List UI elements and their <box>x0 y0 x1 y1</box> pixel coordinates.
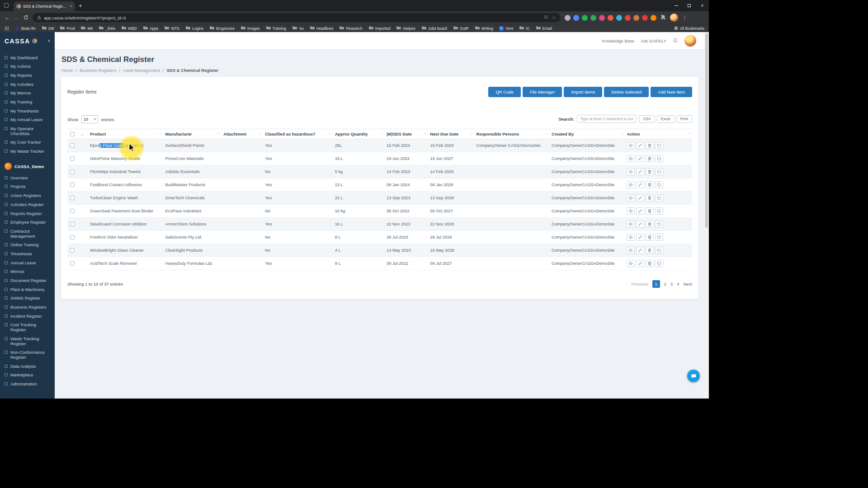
new-tab-button[interactable]: + <box>79 2 82 9</box>
extension-icon[interactable] <box>616 15 622 21</box>
csv-button[interactable]: CSV <box>639 115 655 123</box>
bookmark-research[interactable]: Research <box>339 26 362 31</box>
file-manager-button[interactable]: File Manager <box>523 87 562 97</box>
sidebar-item-action-registers[interactable]: Action Registers <box>0 192 55 201</box>
bookmark-m6[interactable]: M6 <box>80 26 93 31</box>
extension-icon[interactable] <box>651 15 656 21</box>
sidebar-item-business-registers[interactable]: Business Registers <box>0 303 55 312</box>
sidebar-item-cost-tracking-register[interactable]: Cost Tracking Register <box>0 321 55 334</box>
extension-icon[interactable] <box>582 15 588 21</box>
browser-profile-avatar[interactable] <box>670 14 678 22</box>
sidebar-item-my-actions[interactable]: My Actions <box>0 62 55 71</box>
column-header-m-sds-date[interactable]: (M)SDS Date↑↓ <box>384 129 427 139</box>
entries-select[interactable]: 10 ▾ <box>81 115 98 123</box>
sidebar-item-annual-leave[interactable]: Annual Leave <box>0 258 55 267</box>
window-close-button[interactable]: × <box>696 0 709 11</box>
view-button[interactable] <box>627 234 635 241</box>
excel-button[interactable]: Excel <box>657 115 675 123</box>
org-switcher[interactable]: CASSA_Demo <box>0 160 55 173</box>
sidebar-close-icon[interactable]: × <box>47 38 50 43</box>
sidebar-item-contractor-management[interactable]: Contractor Management <box>0 227 55 240</box>
row-checkbox[interactable] <box>70 222 75 226</box>
page-4[interactable]: 4 <box>677 282 679 286</box>
sort-icon[interactable]: ↑↓ <box>380 132 382 135</box>
browser-tab[interactable]: SDS & Chemical Register | CAS × <box>14 1 75 11</box>
knowledge-base-link[interactable]: Knowledge Base <box>602 38 634 43</box>
sidebar-item-my-dashboard[interactable]: My Dashboard <box>0 53 55 62</box>
bookmark-training[interactable]: Training <box>266 26 286 31</box>
sidebar-item-my-training[interactable]: My Training <box>0 98 55 107</box>
sidebar-item-my-timesheets[interactable]: My Timesheets <box>0 107 55 116</box>
bookmark-star-icon[interactable]: ☆ <box>552 15 556 20</box>
sidebar-item-reports-register[interactable]: Reports Register <box>0 209 55 218</box>
sort-icon[interactable]: ↑↓ <box>470 132 472 135</box>
forward-icon[interactable]: → <box>14 15 19 20</box>
extension-icon[interactable] <box>565 15 571 21</box>
column-header-created-by[interactable]: Created By↑↓ <box>549 129 624 139</box>
edit-button[interactable] <box>636 221 644 228</box>
view-button[interactable] <box>627 247 635 254</box>
delete-button[interactable] <box>646 194 654 202</box>
breadcrumb-link[interactable]: Business Registers <box>80 68 116 73</box>
view-button[interactable] <box>627 142 635 149</box>
sidebar-item-data-analysis[interactable]: Data Analysis <box>0 362 55 371</box>
extensions-puzzle-icon[interactable] <box>660 14 666 22</box>
bookmark-wbd[interactable]: WBD <box>121 26 137 31</box>
view-button[interactable] <box>627 155 635 162</box>
bookmark-prod[interactable]: Prod <box>60 26 75 31</box>
window-maximize-button[interactable] <box>683 0 696 11</box>
all-bookmarks-button[interactable]: All Bookmarks <box>674 26 704 31</box>
delete-button[interactable] <box>646 260 654 267</box>
extension-icon[interactable] <box>608 15 613 21</box>
bookmark-bagencies[interactable]: BAgencies <box>209 26 235 31</box>
page-next[interactable]: Next <box>683 282 692 286</box>
scrollbar-thumb[interactable] <box>705 33 708 228</box>
edit-button[interactable] <box>636 181 644 188</box>
browser-menu-icon[interactable]: ⋮ <box>682 15 687 21</box>
bookmark-apps[interactable]: Apps <box>143 26 158 31</box>
sidebar-item-my-cost-tracker[interactable]: My Cost Tracker <box>0 138 55 147</box>
row-checkbox[interactable] <box>70 261 75 266</box>
row-checkbox[interactable] <box>70 143 75 148</box>
bookmark-swipes[interactable]: Swipes <box>396 26 415 31</box>
sidebar-item-overview[interactable]: Overview <box>0 174 55 183</box>
sidebar-item-employee-register[interactable]: Employee Register <box>0 218 55 227</box>
sidebar-item-projects[interactable]: Projects <box>0 183 55 192</box>
row-checkbox[interactable] <box>70 209 75 213</box>
sidebar-item-my-reports[interactable]: My Reports <box>0 71 55 80</box>
site-info-lock-icon[interactable] <box>37 14 41 22</box>
delete-button[interactable] <box>646 234 654 241</box>
page-3[interactable]: 3 <box>670 282 673 286</box>
view-button[interactable] <box>627 260 635 267</box>
order-column-header[interactable]: ↑↓ <box>78 129 87 139</box>
view-button[interactable] <box>627 207 635 215</box>
bookmark-wts[interactable]: WTS <box>164 26 179 31</box>
sidebar-item-activities-register[interactable]: Activities Register <box>0 200 55 209</box>
delete-button[interactable] <box>646 207 654 215</box>
page-previous[interactable]: Previous <box>632 282 648 286</box>
sidebar-item-swms-register[interactable]: SWMS Register <box>0 294 55 303</box>
sidebar-item-memos[interactable]: Memos <box>0 267 55 277</box>
delete-button[interactable] <box>646 168 654 175</box>
history-button[interactable] <box>655 142 663 149</box>
row-checkbox[interactable] <box>70 169 75 174</box>
view-button[interactable] <box>627 194 635 202</box>
row-checkbox[interactable] <box>70 196 75 200</box>
edit-button[interactable] <box>636 260 644 267</box>
sidebar-item-my-memos[interactable]: My Memos <box>0 89 55 98</box>
history-button[interactable] <box>655 247 663 254</box>
bookmark-vent[interactable]: VVent <box>499 26 513 31</box>
print-button[interactable]: Print <box>676 115 692 123</box>
ask-saifely-link[interactable]: Ask SAIFELY <box>641 38 666 43</box>
sidebar-item-marketplace[interactable]: Marketplace <box>0 371 55 380</box>
page-2[interactable]: 2 <box>664 282 666 286</box>
bookmark-links[interactable]: _links <box>99 26 115 31</box>
breadcrumb-link[interactable]: Home <box>61 68 73 73</box>
bookmark-su[interactable]: 'su <box>292 26 304 31</box>
back-icon[interactable]: ← <box>5 15 10 20</box>
extension-icon[interactable] <box>633 15 639 21</box>
bookmark-logins[interactable]: Logins <box>185 26 203 31</box>
page-1[interactable]: 1 <box>652 280 660 288</box>
edit-button[interactable] <box>636 194 644 202</box>
extension-icon[interactable] <box>625 15 631 21</box>
